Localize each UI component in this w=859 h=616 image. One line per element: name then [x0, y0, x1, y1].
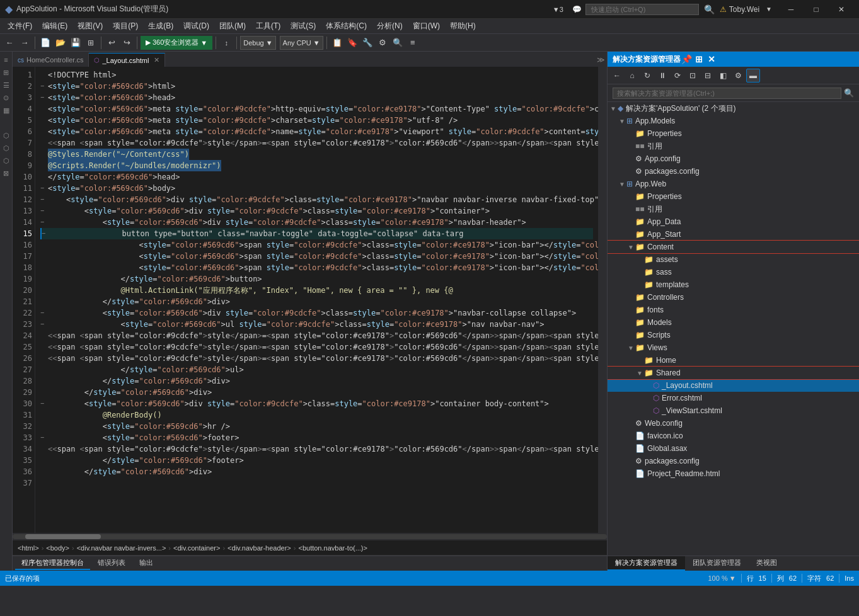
menu-item-t[interactable]: 工具(T) — [251, 20, 285, 33]
breadcrumb-item-2[interactable]: <div.navbar navbar-invers...> — [77, 544, 166, 552]
code-content[interactable]: <!DOCTYPE html>−<style="color:#569cd6">h… — [35, 67, 598, 533]
hscroll-thumb[interactable] — [25, 534, 101, 539]
breadcrumb-item-0[interactable]: <html> — [18, 544, 39, 552]
tree-item-content[interactable]: ▼📁Content — [608, 241, 859, 253]
run-button[interactable]: ▶ 360安全浏览器 ▼ — [141, 36, 212, 50]
sidebar-icon-6[interactable]: ⬡ — [1, 130, 12, 141]
se-float-button[interactable]: ⊞ — [693, 54, 705, 64]
se-tb-view[interactable]: ◧ — [716, 69, 730, 83]
menu-item-h[interactable]: 帮助(H) — [445, 20, 481, 33]
toolbar-extra-4[interactable]: ⚙ — [376, 36, 389, 50]
tree-item-appmodels[interactable]: ▼⊞App.Models — [608, 115, 859, 127]
bottom-tab-1[interactable]: 错误列表 — [91, 557, 132, 570]
tree-item-packagesconfig[interactable]: ⚙packages.config — [608, 165, 859, 178]
attach-button[interactable]: ↕ — [219, 36, 233, 50]
tab-homecontroller[interactable]: cs HomeController.cs — [13, 53, 89, 67]
breadcrumb-item-1[interactable]: <body> — [46, 544, 69, 552]
tree-item-templates[interactable]: 📁templates — [608, 278, 859, 291]
run-dropdown[interactable]: ▼ — [200, 39, 207, 47]
tab-scroll-button[interactable]: ≫ — [594, 53, 607, 67]
sidebar-icon-8[interactable]: ⬡ — [1, 155, 12, 166]
menu-item-b[interactable]: 生成(B) — [143, 20, 178, 33]
open-button[interactable]: 📂 — [54, 36, 67, 50]
tree-item-errorcshtml[interactable]: ⬡Error.cshtml — [608, 392, 859, 404]
sidebar-icon-1[interactable]: ≡ — [1, 54, 12, 66]
tree-item-home[interactable]: 📁Home — [608, 354, 859, 367]
menu-item-c[interactable]: 体系结构(C) — [321, 20, 372, 33]
se-bottom-tab-2[interactable]: 类视图 — [749, 556, 785, 571]
menu-item-e[interactable]: 编辑(E) — [37, 20, 72, 33]
tree-item-appweb[interactable]: ▼⊞App.Web — [608, 178, 859, 190]
se-pin-button[interactable]: 📌 — [681, 54, 692, 64]
expand-icon[interactable]: ▼ — [619, 181, 625, 188]
horizontal-scrollbar[interactable] — [13, 533, 607, 540]
tree-item-faviconico[interactable]: 📄favicon.ico — [608, 430, 859, 442]
se-search-icon[interactable]: 🔍 — [844, 88, 854, 98]
se-tb-settings[interactable]: ⚙ — [731, 69, 745, 83]
toolbar-extra-1[interactable]: 📋 — [330, 36, 344, 50]
se-tb-pause[interactable]: ⏸ — [655, 69, 669, 83]
breadcrumb-item-3[interactable]: <div.container> — [173, 544, 220, 552]
breadcrumb-item-5[interactable]: <button.navbar-to(...)> — [298, 544, 367, 552]
expand-icon[interactable]: ▼ — [619, 118, 625, 125]
tree-item-shared[interactable]: ▼📁Shared — [608, 367, 859, 379]
bottom-tab-0[interactable]: 程序包管理器控制台 — [15, 557, 90, 570]
close-button[interactable]: ✕ — [829, 0, 854, 19]
dropdown-icon[interactable]: ▼ — [766, 6, 772, 13]
tree-item-controllers[interactable]: 📁Controllers — [608, 291, 859, 304]
sidebar-icon-7[interactable]: ⬡ — [1, 142, 12, 154]
tree-item-packagesconfig[interactable]: ⚙packages.config — [608, 455, 859, 467]
tree-item-assets[interactable]: 📁assets — [608, 253, 859, 266]
new-project-button[interactable]: 📄 — [38, 36, 52, 50]
tree-item-views[interactable]: ▼📁Views — [608, 341, 859, 354]
menu-item-d[interactable]: 调试(D) — [178, 20, 214, 33]
se-search-input[interactable] — [613, 88, 841, 99]
toolbar-extra-5[interactable]: 🔍 — [391, 36, 405, 50]
se-tb-filter2[interactable]: ⊟ — [701, 69, 715, 83]
menu-item-w[interactable]: 窗口(W) — [408, 20, 445, 33]
tree-item-properties[interactable]: 📁Properties — [608, 190, 859, 203]
forward-button[interactable]: → — [18, 36, 32, 50]
sidebar-icon-9[interactable]: ⊠ — [1, 168, 12, 179]
tree-item-[interactable]: ■■引用 — [608, 203, 859, 215]
breadcrumb-item-4[interactable]: <div.navbar-header> — [228, 544, 291, 552]
se-tb-active[interactable]: ▬ — [746, 69, 760, 83]
tree-item-scripts[interactable]: 📁Scripts — [608, 329, 859, 341]
menu-item-p[interactable]: 项目(P) — [108, 20, 143, 33]
menu-item-s[interactable]: 测试(S) — [285, 20, 321, 33]
tree-item-projectreadmehtml[interactable]: 📄Project_Readme.html — [608, 467, 859, 480]
expand-icon[interactable]: ▼ — [637, 370, 643, 377]
se-tb-refresh[interactable]: ↻ — [640, 69, 654, 83]
config-dropdown[interactable]: Debug ▼ — [240, 36, 275, 50]
sidebar-icon-5[interactable]: ▦ — [1, 105, 12, 116]
expand-icon[interactable]: ▼ — [610, 105, 616, 112]
toolbar-extra-6[interactable]: ≡ — [406, 36, 420, 50]
expand-icon[interactable]: ▼ — [628, 345, 634, 351]
menu-item-f[interactable]: 文件(F) — [3, 20, 37, 33]
tree-item-appconfig[interactable]: ⚙App.config — [608, 152, 859, 165]
se-tb-home[interactable]: ⌂ — [625, 69, 639, 83]
platform-dropdown[interactable]: Any CPU ▼ — [280, 36, 323, 50]
menu-item-m[interactable]: 团队(M) — [214, 20, 251, 33]
se-tb-refresh2[interactable]: ⟳ — [671, 69, 684, 83]
sidebar-icon-2[interactable]: ⊞ — [1, 67, 12, 78]
sidebar-icon-4[interactable]: ⊙ — [1, 92, 12, 103]
tree-item-properties[interactable]: 📁Properties — [608, 127, 859, 140]
se-tb-filter[interactable]: ⊡ — [686, 69, 700, 83]
sidebar-icon-3[interactable]: ☰ — [1, 79, 12, 91]
tree-item-appstart[interactable]: 📁App_Start — [608, 228, 859, 241]
tree-item-globalasax[interactable]: 📄Global.asax — [608, 442, 859, 455]
expand-icon[interactable]: ▼ — [628, 244, 634, 251]
save-all-button[interactable]: ⊞ — [84, 36, 98, 50]
tree-item-fonts[interactable]: 📁fonts — [608, 304, 859, 316]
menu-item-n[interactable]: 分析(N) — [372, 20, 408, 33]
minimize-button[interactable]: ─ — [778, 0, 804, 19]
zoom-dropdown[interactable]: ▼ — [729, 574, 736, 582]
se-tb-back[interactable]: ← — [610, 69, 624, 83]
tree-item-viewstartcshtml[interactable]: ⬡_ViewStart.cshtml — [608, 404, 859, 417]
zoom-control[interactable]: 100 % ▼ — [708, 574, 735, 582]
tree-item-layoutcshtml[interactable]: ⬡_Layout.cshtml — [608, 379, 859, 392]
tree-item-models[interactable]: 📁Models — [608, 316, 859, 329]
tree-item-webconfig[interactable]: ⚙Web.config — [608, 417, 859, 430]
se-close-button[interactable]: ✕ — [706, 54, 717, 64]
